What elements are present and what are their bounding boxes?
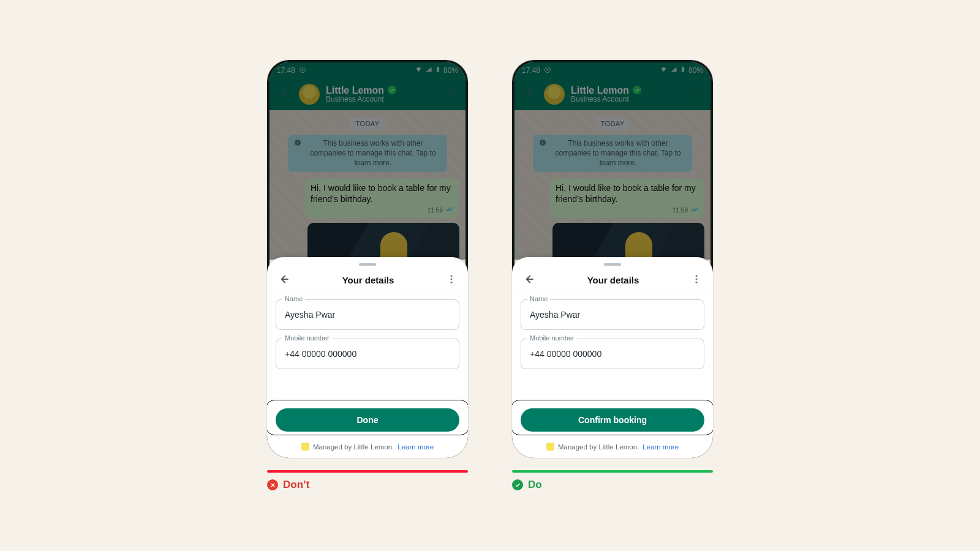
battery-icon: [680, 66, 686, 75]
sheet-more-icon[interactable]: [688, 271, 704, 289]
avatar[interactable]: [544, 84, 565, 105]
signal-icon: [670, 66, 677, 75]
back-icon[interactable]: [276, 85, 293, 104]
example-do: 17:48 80%: [512, 60, 713, 491]
svg-point-1: [302, 69, 304, 70]
battery-text: 80%: [688, 66, 703, 75]
svg-point-12: [451, 281, 453, 283]
guideline-rule: [267, 470, 468, 473]
sheet-title: Your details: [538, 275, 688, 285]
name-input[interactable]: [284, 309, 451, 320]
bottom-sheet: Your details Name Mobile number Done: [267, 257, 468, 458]
svg-rect-21: [543, 142, 543, 144]
notice-text: This business works with other companies…: [550, 138, 686, 168]
contact-subtitle: Business Account: [571, 96, 682, 103]
info-icon: [539, 139, 546, 149]
svg-rect-16: [682, 67, 684, 67]
dont-marker: Don’t: [267, 479, 468, 491]
message-text: Hi, I would like to book a table for my …: [556, 183, 696, 204]
name-label: Name: [282, 295, 305, 302]
mobile-input[interactable]: [529, 348, 696, 359]
whatsapp-status-icon: [544, 66, 551, 75]
drag-handle[interactable]: [604, 263, 621, 266]
svg-point-18: [696, 92, 698, 94]
phone-frame: 17:48 80%: [512, 60, 713, 458]
contact-name: Little Lemon: [326, 85, 384, 96]
learn-more-link[interactable]: Learn more: [643, 443, 679, 451]
read-ticks-icon: [690, 206, 699, 215]
name-input[interactable]: [529, 309, 696, 320]
status-bar: 17:48 80%: [514, 62, 710, 78]
name-label: Name: [527, 295, 550, 302]
wifi-icon: [415, 66, 423, 75]
message-text: Hi, I would like to book a table for my …: [311, 183, 451, 204]
mobile-input[interactable]: [284, 348, 451, 359]
wifi-icon: [660, 66, 668, 75]
svg-rect-2: [437, 67, 439, 72]
day-label: TODAY: [350, 118, 386, 130]
status-time: 17:48: [522, 66, 540, 75]
whatsapp-status-icon: [299, 66, 306, 75]
business-logo-icon: [546, 443, 554, 451]
business-notice[interactable]: This business works with other companies…: [533, 135, 692, 172]
svg-point-14: [547, 69, 549, 70]
learn-more-link[interactable]: Learn more: [398, 443, 434, 451]
x-icon: [267, 479, 278, 490]
mobile-label: Mobile number: [282, 334, 332, 342]
sheet-more-icon[interactable]: [443, 271, 459, 289]
day-label: TODAY: [595, 118, 631, 130]
verified-badge-icon: [633, 86, 641, 94]
svg-rect-8: [298, 142, 298, 144]
primary-cta-button[interactable]: Done: [276, 408, 459, 432]
outgoing-message: Hi, I would like to book a table for my …: [305, 178, 459, 218]
svg-point-6: [451, 96, 453, 97]
check-icon: [512, 479, 523, 490]
do-label: Do: [528, 479, 542, 491]
mobile-field[interactable]: Mobile number: [276, 339, 459, 369]
sheet-back-icon[interactable]: [521, 271, 538, 290]
mobile-label: Mobile number: [527, 334, 577, 342]
more-icon[interactable]: [688, 86, 704, 103]
message-time: 11:59: [673, 206, 688, 215]
chat-header: Little Lemon Business Account: [514, 78, 710, 110]
managed-text: Managed by Little Lemon.: [558, 443, 639, 451]
sheet-title: Your details: [293, 275, 443, 285]
message-time: 11:59: [428, 206, 443, 215]
contact-subtitle: Business Account: [326, 96, 437, 103]
svg-point-11: [451, 278, 453, 280]
phone-frame: 17:48 80%: [267, 60, 468, 458]
mobile-field[interactable]: Mobile number: [521, 339, 704, 369]
primary-cta-button[interactable]: Confirm booking: [521, 408, 704, 432]
name-field[interactable]: Name: [521, 299, 704, 330]
back-icon[interactable]: [521, 85, 538, 104]
drag-handle[interactable]: [359, 263, 376, 266]
svg-point-22: [542, 141, 543, 141]
svg-point-17: [696, 89, 698, 91]
status-bar: 17:48 80%: [270, 62, 466, 78]
battery-icon: [435, 66, 441, 75]
svg-point-25: [696, 281, 698, 283]
chat-header: Little Lemon Business Account: [270, 78, 466, 110]
verified-badge-icon: [388, 86, 396, 94]
dont-label: Don’t: [283, 479, 309, 491]
notice-text: This business works with other companies…: [305, 138, 441, 168]
svg-point-9: [297, 141, 298, 141]
example-dont: 17:48 80%: [267, 60, 468, 491]
svg-rect-15: [682, 67, 684, 72]
business-logo-icon: [301, 443, 309, 451]
status-time: 17:48: [277, 66, 295, 75]
more-icon[interactable]: [443, 86, 459, 103]
svg-point-23: [696, 275, 698, 277]
contact-name: Little Lemon: [571, 85, 629, 96]
signal-icon: [425, 66, 432, 75]
svg-point-4: [451, 89, 453, 91]
sheet-back-icon[interactable]: [276, 271, 293, 290]
info-icon: [294, 139, 301, 149]
svg-point-24: [696, 278, 698, 280]
read-ticks-icon: [445, 206, 454, 215]
avatar[interactable]: [299, 84, 320, 105]
do-marker: Do: [512, 479, 713, 491]
outgoing-message: Hi, I would like to book a table for my …: [550, 178, 704, 218]
business-notice[interactable]: This business works with other companies…: [288, 135, 447, 172]
name-field[interactable]: Name: [276, 299, 459, 330]
